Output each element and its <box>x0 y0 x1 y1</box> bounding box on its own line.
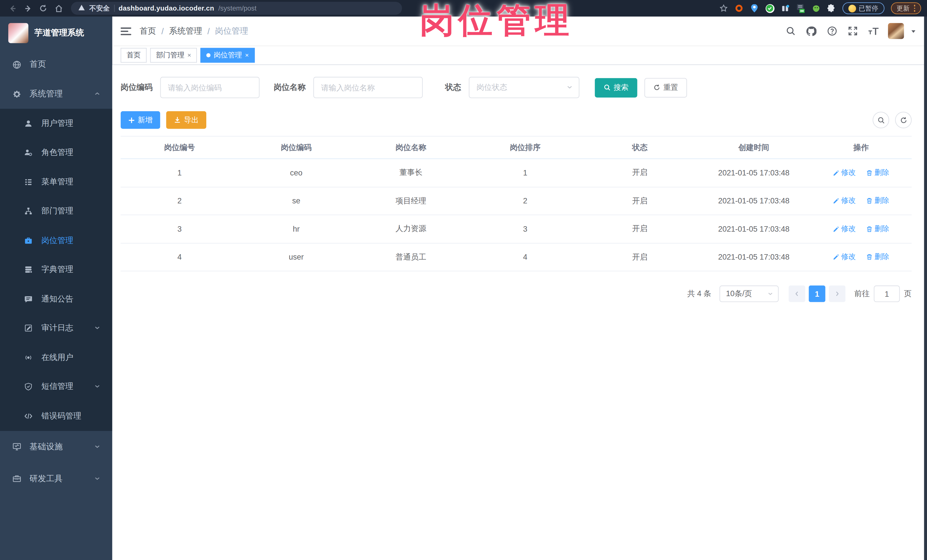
navbar-actions <box>785 23 916 39</box>
sidebar-item-infrastructure[interactable]: 基础设施 <box>0 431 112 463</box>
cell-status: 开启 <box>583 243 697 271</box>
sidebar-item-home[interactable]: 首页 <box>0 50 112 79</box>
profile-paused-badge[interactable]: 已暂停 <box>842 2 884 14</box>
browser-reload-button[interactable] <box>36 2 50 15</box>
goto-page-input[interactable] <box>874 285 900 302</box>
url-path[interactable]: /system/post <box>218 5 257 12</box>
sidebar-item-online-users[interactable]: 在线用户 <box>0 343 112 372</box>
sidebar-item-dev-tools[interactable]: 研发工具 <box>0 463 112 495</box>
export-button[interactable]: 导出 <box>166 111 206 129</box>
sidebar-item-sms[interactable]: 短信管理 <box>0 372 112 401</box>
browser-menu-kebab-icon[interactable] <box>913 5 915 12</box>
cell-post-sort: 3 <box>468 215 583 243</box>
cell-status: 开启 <box>583 187 697 215</box>
edit-button[interactable]: 修改 <box>833 168 856 178</box>
font-size-icon[interactable] <box>867 25 879 37</box>
delete-button[interactable]: 删除 <box>866 168 889 178</box>
sidebar-item-users[interactable]: 用户管理 <box>0 109 112 138</box>
post-code-input[interactable] <box>160 77 260 98</box>
prev-page-button[interactable] <box>789 285 805 302</box>
chrome-update-button[interactable]: 更新 <box>891 2 921 14</box>
browser-back-button[interactable] <box>6 2 19 15</box>
app-logo-row[interactable]: 芋道管理系统 <box>0 17 112 50</box>
tab-home[interactable]: 首页 <box>121 48 147 63</box>
sidebar-item-posts[interactable]: 岗位管理 <box>0 226 112 255</box>
cell-post-id: 2 <box>121 187 239 215</box>
extension-sliders-icon[interactable] <box>781 4 789 12</box>
sidebar-toggle-hamburger-icon[interactable] <box>121 26 131 36</box>
tab-posts-active[interactable]: 岗位管理 × <box>201 48 254 63</box>
header-search-icon[interactable] <box>785 25 796 37</box>
url-host[interactable]: dashboard.yudao.iocoder.cn <box>119 5 214 12</box>
tab-close-icon[interactable]: × <box>245 52 249 58</box>
next-page-button[interactable] <box>829 285 845 302</box>
delete-button[interactable]: 删除 <box>866 196 889 206</box>
address-bar[interactable]: 不安全 dashboard.yudao.iocoder.cn /system/p… <box>71 2 402 15</box>
sidebar-item-label: 审计日志 <box>41 323 86 334</box>
edit-button[interactable]: 修改 <box>833 196 856 206</box>
reset-button[interactable]: 重置 <box>644 77 687 97</box>
chevron-down-icon <box>94 324 100 332</box>
toggle-search-button[interactable] <box>872 112 889 128</box>
table-row: 3 hr 人力资源 3 开启 2021-01-05 17:03:48 修改 删除 <box>121 215 912 243</box>
toolbox-icon <box>12 474 21 483</box>
edit-button[interactable]: 修改 <box>833 252 856 262</box>
extension-green-check-icon[interactable] <box>765 4 774 12</box>
fullscreen-icon[interactable] <box>846 25 858 37</box>
post-name-input[interactable] <box>313 77 422 98</box>
help-question-icon[interactable] <box>826 25 838 37</box>
extension-blue-pin-icon[interactable] <box>750 4 759 12</box>
sidebar-item-menus[interactable]: 菜单管理 <box>0 167 112 197</box>
extension-tag-manager-icon[interactable] <box>796 4 805 12</box>
sidebar-menu: 首页 系统管理 用户管理 <box>0 50 112 560</box>
page-size-select[interactable]: 10条/页 <box>720 285 779 302</box>
post-code-label: 岗位编码 <box>121 82 153 93</box>
col-post-id: 岗位编号 <box>121 137 239 159</box>
paused-label: 已暂停 <box>859 4 878 12</box>
browser-extensions-area: 已暂停 更新 <box>719 2 921 14</box>
delete-button[interactable]: 删除 <box>866 224 889 234</box>
monitor-icon <box>12 442 21 451</box>
bookmark-star-icon[interactable] <box>719 4 728 12</box>
extensions-puzzle-icon[interactable] <box>827 4 836 12</box>
sidebar-item-notices[interactable]: 通知公告 <box>0 284 112 314</box>
breadcrumb-system[interactable]: 系统管理 <box>169 26 202 36</box>
cell-post-sort: 4 <box>468 243 583 271</box>
not-secure-label[interactable]: 不安全 <box>89 4 109 12</box>
page-number-current[interactable]: 1 <box>809 285 825 302</box>
code-brackets-icon <box>24 411 33 421</box>
sidebar-item-error-codes[interactable]: 错误码管理 <box>0 401 112 431</box>
avatar-caret-down-icon[interactable] <box>910 26 916 36</box>
tags-view: 首页 部门管理 × 岗位管理 × <box>112 46 927 65</box>
search-button-label: 搜索 <box>614 82 629 93</box>
breadcrumb-home[interactable]: 首页 <box>140 26 156 36</box>
edit-button[interactable]: 修改 <box>833 224 856 234</box>
status-select[interactable]: 岗位状态 <box>469 77 579 98</box>
delete-button[interactable]: 删除 <box>866 252 889 262</box>
sidebar-item-label: 菜单管理 <box>41 177 100 187</box>
cell-post-code: hr <box>239 215 354 243</box>
status-select-placeholder: 岗位状态 <box>477 82 507 93</box>
extension-orange-donut-icon[interactable] <box>735 4 743 12</box>
system-submenu: 用户管理 角色管理 菜单管理 <box>0 109 112 431</box>
sidebar-item-dictionary[interactable]: 字典管理 <box>0 255 112 284</box>
table-header-row: 岗位编号 岗位编码 岗位名称 岗位排序 状态 创建时间 操作 <box>121 137 912 159</box>
sidebar-item-system[interactable]: 系统管理 <box>0 79 112 109</box>
sidebar-item-departments[interactable]: 部门管理 <box>0 197 112 226</box>
sidebar-item-audit-log[interactable]: 审计日志 <box>0 314 112 343</box>
github-icon[interactable] <box>805 25 817 37</box>
tab-close-icon[interactable]: × <box>187 52 191 58</box>
tab-departments[interactable]: 部门管理 × <box>150 48 197 63</box>
extension-green-creature-icon[interactable] <box>812 4 820 12</box>
browser-forward-button[interactable] <box>21 2 35 15</box>
browser-home-button[interactable] <box>52 2 65 15</box>
window-edge-scrollbar[interactable] <box>924 17 927 560</box>
cell-actions: 修改 删除 <box>810 215 912 243</box>
address-divider <box>114 5 114 12</box>
refresh-table-button[interactable] <box>895 112 912 128</box>
add-button[interactable]: 新增 <box>121 111 160 129</box>
user-avatar[interactable] <box>888 23 904 39</box>
cell-status: 开启 <box>583 215 697 243</box>
search-button[interactable]: 搜索 <box>595 77 637 97</box>
sidebar-item-roles[interactable]: 角色管理 <box>0 138 112 167</box>
